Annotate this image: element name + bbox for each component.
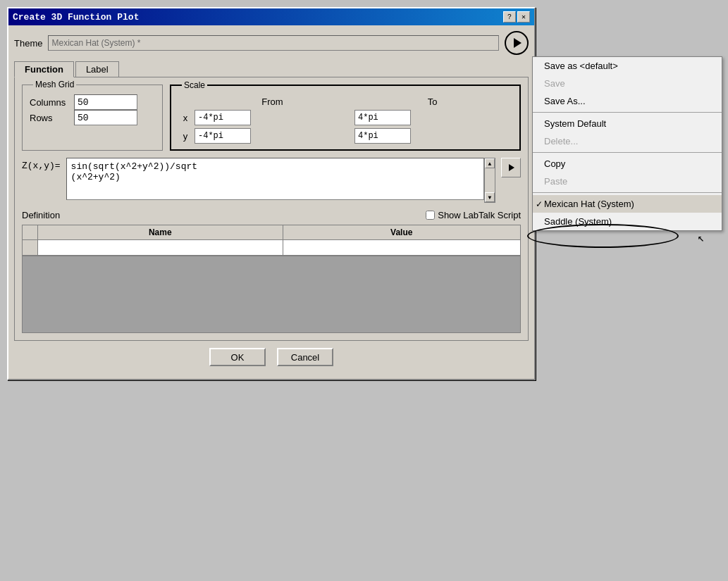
ok-button[interactable]: OK bbox=[209, 348, 266, 366]
z-scrollbar: ▲ ▼ bbox=[484, 158, 495, 203]
menu-item-saddle[interactable]: Saddle (System) bbox=[533, 213, 722, 230]
menu-item-paste-label: Paste bbox=[544, 176, 567, 187]
menu-item-save-default-label: Save as <default> bbox=[544, 61, 618, 71]
tabs-bar: Function Label bbox=[14, 61, 529, 77]
arrow-icon bbox=[514, 38, 522, 48]
theme-arrow-button[interactable] bbox=[505, 31, 529, 55]
def-table-value-header: Value bbox=[283, 225, 520, 240]
menu-separator-1 bbox=[533, 112, 722, 113]
scale-x-label: x bbox=[178, 108, 192, 127]
z-label: Z(x,y)= bbox=[22, 158, 61, 171]
def-table-name-header: Name bbox=[38, 225, 283, 240]
tab-content: Mesh Grid Columns Rows Scale bbox=[14, 77, 529, 341]
show-labtalk-wrap: Show LabTalk Script bbox=[426, 210, 521, 220]
theme-label: Theme bbox=[14, 38, 42, 49]
z-function-row: Z(x,y)= sin(sqrt(x^2+y^2))/sqrt (x^2+y^2… bbox=[22, 158, 521, 203]
z-arrow-icon bbox=[509, 164, 514, 171]
scale-y-to-cell bbox=[352, 127, 512, 145]
scale-x-from-input[interactable] bbox=[195, 110, 251, 125]
def-table-row-1 bbox=[23, 240, 521, 256]
definition-row: Definition Show LabTalk Script bbox=[22, 210, 521, 220]
rows-label: Rows bbox=[30, 113, 68, 123]
z-function-input[interactable]: sin(sqrt(x^2+y^2))/sqrt (x^2+y^2) bbox=[66, 158, 484, 200]
title-bar: Create 3D Function Plot ? ✕ bbox=[8, 8, 534, 25]
menu-separator-3 bbox=[533, 192, 722, 193]
context-menu: Save as <default> Save Save As... System… bbox=[532, 56, 722, 231]
close-button[interactable]: ✕ bbox=[517, 11, 530, 23]
mesh-grid-legend: Mesh Grid bbox=[33, 80, 76, 89]
help-button[interactable]: ? bbox=[503, 11, 516, 23]
scroll-up-button[interactable]: ▲ bbox=[485, 158, 495, 168]
tab-label-text: Label bbox=[86, 64, 109, 75]
bottom-buttons: OK Cancel bbox=[14, 341, 529, 373]
columns-input[interactable] bbox=[74, 94, 137, 110]
dialog-content: Theme Function Label Mesh Grid bbox=[8, 25, 534, 379]
show-labtalk-label: Show LabTalk Script bbox=[438, 210, 521, 220]
def-row-1-value[interactable] bbox=[283, 240, 520, 256]
theme-input[interactable] bbox=[48, 35, 499, 51]
columns-row: Columns bbox=[30, 94, 155, 110]
scale-from-header: From bbox=[192, 95, 352, 108]
columns-label: Columns bbox=[30, 97, 68, 108]
menu-item-save-default[interactable]: Save as <default> bbox=[533, 57, 722, 75]
menu-item-delete-label: Delete... bbox=[544, 136, 578, 146]
z-textarea-wrap: sin(sqrt(x^2+y^2))/sqrt (x^2+y^2) ▲ ▼ bbox=[66, 158, 495, 203]
tab-function-label: Function bbox=[25, 64, 63, 75]
definition-gray-area bbox=[22, 256, 521, 333]
cursor: ↖ bbox=[698, 231, 705, 245]
scroll-down-button[interactable]: ▼ bbox=[485, 192, 495, 202]
scale-empty-header bbox=[178, 95, 192, 108]
menu-item-system-default-label: System Default bbox=[544, 118, 606, 129]
scale-y-from-cell bbox=[192, 127, 352, 145]
title-bar-controls: ? ✕ bbox=[503, 11, 530, 23]
definition-table: Name Value bbox=[22, 225, 521, 256]
scale-to-header: To bbox=[352, 95, 512, 108]
scale-y-from-input[interactable] bbox=[195, 128, 251, 144]
menu-item-delete: Delete... bbox=[533, 132, 722, 150]
definition-label: Definition bbox=[22, 210, 60, 220]
mesh-grid-group: Mesh Grid Columns Rows bbox=[22, 85, 163, 151]
scale-x-from-cell bbox=[192, 108, 352, 127]
def-row-1-num bbox=[23, 240, 38, 256]
dialog-window: Create 3D Function Plot ? ✕ Theme Functi… bbox=[7, 7, 536, 380]
menu-item-save-label: Save bbox=[544, 78, 565, 89]
scale-y-label: y bbox=[178, 127, 192, 145]
menu-item-save-as[interactable]: Save As... bbox=[533, 92, 722, 110]
def-row-1-name[interactable] bbox=[38, 240, 283, 256]
scale-x-to-cell bbox=[352, 108, 512, 127]
rows-input[interactable] bbox=[74, 110, 137, 125]
menu-item-paste: Paste bbox=[533, 173, 722, 190]
scale-y-to-input[interactable] bbox=[354, 128, 411, 144]
scale-y-row: y bbox=[178, 127, 512, 145]
menu-item-copy-label: Copy bbox=[544, 158, 565, 169]
mesh-scale-row: Mesh Grid Columns Rows Scale bbox=[22, 85, 521, 151]
theme-row: Theme bbox=[14, 31, 529, 55]
def-table-num-header bbox=[23, 225, 38, 240]
scale-group: Scale From To x bbox=[170, 85, 521, 151]
menu-item-save-as-label: Save As... bbox=[544, 96, 586, 106]
tab-label[interactable]: Label bbox=[75, 61, 119, 77]
scale-table: From To x y bbox=[178, 95, 512, 145]
tab-function[interactable]: Function bbox=[14, 61, 74, 77]
rows-row: Rows bbox=[30, 110, 155, 125]
menu-item-mexican-hat-label: Mexican Hat (System) bbox=[544, 199, 634, 209]
z-function-arrow-button[interactable] bbox=[501, 158, 521, 177]
menu-item-mexican-hat[interactable]: ✓ Mexican Hat (System) bbox=[533, 195, 722, 213]
cancel-button[interactable]: Cancel bbox=[277, 348, 333, 366]
show-labtalk-checkbox[interactable] bbox=[426, 211, 435, 220]
menu-item-system-default[interactable]: System Default bbox=[533, 115, 722, 132]
scale-x-row: x bbox=[178, 108, 512, 127]
menu-item-saddle-label: Saddle (System) bbox=[544, 216, 612, 227]
menu-item-copy[interactable]: Copy bbox=[533, 155, 722, 173]
dialog-title: Create 3D Function Plot bbox=[13, 12, 139, 23]
def-table-header-row: Name Value bbox=[23, 225, 521, 240]
scale-legend: Scale bbox=[182, 80, 207, 90]
menu-item-save: Save bbox=[533, 75, 722, 92]
menu-separator-2 bbox=[533, 152, 722, 153]
check-icon: ✓ bbox=[536, 199, 543, 209]
scale-x-to-input[interactable] bbox=[354, 110, 411, 125]
